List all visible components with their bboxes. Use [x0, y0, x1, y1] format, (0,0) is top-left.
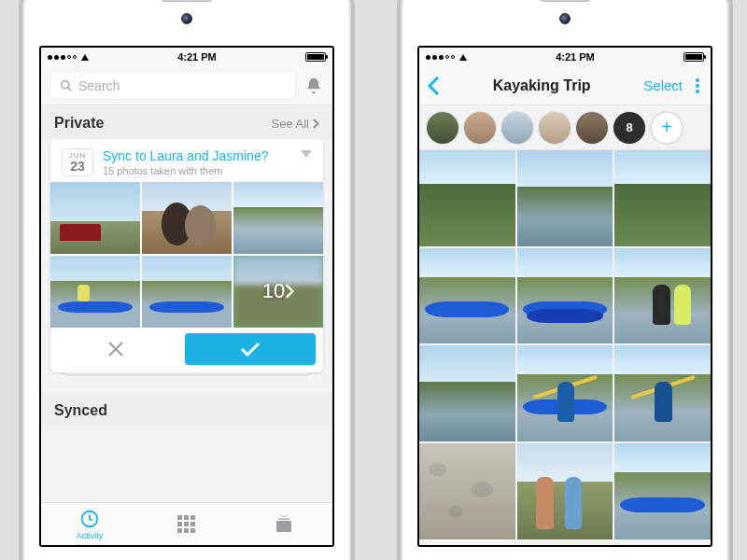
svg-point-15	[696, 78, 699, 82]
stack-icon	[274, 515, 294, 534]
photo-thumb[interactable]	[419, 150, 515, 246]
sync-card-stack: JUN 23 Sync to Laura and Jasmine? 15 pho…	[50, 139, 323, 372]
section-title-synced: Synced	[54, 402, 107, 419]
status-bar: 4:21 PM	[41, 48, 332, 66]
svg-rect-8	[190, 522, 195, 526]
section-header-private: Private See All	[41, 105, 332, 139]
photo-thumb[interactable]	[419, 248, 515, 344]
notifications-icon[interactable]	[304, 77, 323, 95]
svg-line-1	[68, 87, 72, 91]
sync-thumb-more[interactable]: 10	[233, 256, 323, 328]
back-button[interactable]	[427, 76, 440, 96]
kebab-icon	[696, 78, 699, 93]
more-count: 10	[262, 279, 285, 303]
svg-rect-11	[190, 528, 195, 533]
screen-left: 4:21 PM Search Private See All	[39, 46, 334, 547]
tab-activity[interactable]: Activity	[42, 509, 138, 540]
sync-thumb-grid: 10	[50, 182, 323, 328]
screen-right: 4:21 PM Kayaking Trip Select 8 +	[417, 46, 712, 547]
clock-icon	[79, 509, 100, 529]
svg-rect-13	[278, 518, 289, 520]
avatar[interactable]	[539, 112, 571, 144]
phone-front-camera	[181, 13, 192, 24]
sync-thumb[interactable]	[142, 182, 232, 254]
date-day: 23	[63, 160, 92, 173]
tab-bar: Activity	[41, 502, 332, 545]
photo-thumb[interactable]	[614, 150, 711, 246]
participants-row: 8 +	[419, 105, 711, 150]
search-bar-row: Search	[41, 66, 332, 105]
battery-icon	[684, 52, 704, 62]
wifi-icon	[459, 54, 467, 61]
phone-speaker	[162, 0, 213, 2]
svg-rect-12	[276, 521, 291, 532]
photo-thumb[interactable]	[517, 150, 613, 246]
date-badge: JUN 23	[62, 148, 93, 176]
sync-thumb[interactable]	[142, 256, 232, 328]
avatar[interactable]	[464, 112, 496, 144]
status-time: 4:21 PM	[177, 51, 217, 63]
avatar[interactable]	[576, 112, 608, 144]
section-header-synced: Synced	[41, 393, 332, 427]
add-participant-button[interactable]: +	[651, 112, 683, 144]
status-bar: 4:21 PM	[419, 48, 711, 66]
album-photo-grid	[419, 150, 711, 539]
search-placeholder: Search	[78, 78, 120, 93]
signal-dots-icon	[48, 55, 77, 60]
phone-frame-right: 4:21 PM Kayaking Trip Select 8 +	[397, 0, 733, 560]
select-button[interactable]: Select	[643, 77, 683, 93]
chevron-right-icon	[285, 284, 294, 299]
accept-button[interactable]	[185, 333, 316, 365]
sync-thumb[interactable]	[233, 182, 323, 254]
photo-thumb[interactable]	[614, 443, 711, 539]
nav-bar: Kayaking Trip Select	[419, 66, 711, 105]
decline-button[interactable]	[50, 328, 181, 371]
wifi-icon	[81, 54, 89, 61]
sync-actions	[50, 328, 323, 372]
svg-rect-4	[184, 515, 189, 520]
sync-subtitle: 15 photos taken with them	[103, 165, 291, 176]
svg-rect-5	[190, 515, 195, 520]
more-menu-button[interactable]	[688, 78, 703, 93]
search-icon	[60, 79, 73, 92]
battery-icon	[305, 52, 326, 62]
svg-rect-9	[177, 528, 182, 533]
tab-albums[interactable]	[236, 515, 332, 534]
photo-thumb[interactable]	[419, 443, 515, 539]
svg-rect-6	[177, 522, 182, 526]
avatar-overflow-count[interactable]: 8	[613, 112, 645, 144]
phone-speaker	[540, 0, 591, 2]
avatar[interactable]	[427, 112, 458, 144]
svg-point-17	[696, 90, 699, 93]
svg-rect-10	[184, 528, 189, 533]
svg-rect-14	[280, 515, 288, 517]
tab-activity-label: Activity	[77, 531, 104, 540]
sync-thumb[interactable]	[50, 182, 140, 254]
tab-grid[interactable]	[139, 515, 235, 534]
sync-suggestion-card: JUN 23 Sync to Laura and Jasmine? 15 pho…	[50, 139, 323, 372]
svg-rect-3	[177, 515, 182, 520]
avatar[interactable]	[501, 112, 533, 144]
svg-point-16	[696, 84, 699, 88]
grid-icon	[177, 515, 196, 534]
photo-thumb[interactable]	[419, 345, 515, 441]
photo-thumb[interactable]	[614, 345, 711, 441]
check-icon	[240, 342, 261, 357]
see-all-link[interactable]: See All	[272, 117, 319, 131]
photo-thumb[interactable]	[517, 345, 613, 441]
photo-thumb[interactable]	[517, 248, 613, 344]
status-time: 4:21 PM	[556, 51, 595, 63]
section-title-private: Private	[54, 115, 104, 132]
close-icon	[107, 341, 124, 357]
svg-rect-7	[184, 522, 189, 526]
chevron-down-icon[interactable]	[301, 150, 312, 158]
photo-thumb[interactable]	[517, 443, 613, 539]
sync-prompt[interactable]: Sync to Laura and Jasmine?	[103, 148, 291, 163]
sync-thumb[interactable]	[50, 256, 140, 328]
photo-thumb[interactable]	[614, 248, 711, 344]
signal-dots-icon	[426, 55, 455, 60]
phone-frame-left: 4:21 PM Search Private See All	[19, 0, 355, 560]
search-input[interactable]: Search	[50, 72, 295, 99]
phone-front-camera	[559, 13, 571, 24]
svg-point-0	[62, 80, 69, 88]
